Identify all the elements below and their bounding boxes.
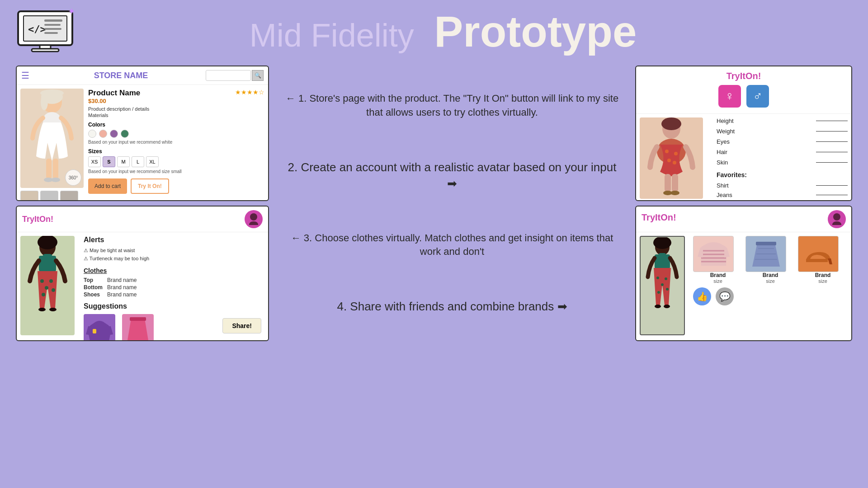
svg-rect-26 (665, 174, 671, 192)
skin-row: Skin (717, 159, 848, 166)
jeans-line[interactable] (816, 195, 848, 195)
share-button[interactable]: Share! (222, 318, 261, 333)
search-input[interactable] (206, 70, 251, 81)
jeans-row: Jeans (717, 192, 848, 198)
svg-rect-4 (44, 24, 61, 26)
svg-point-36 (45, 286, 48, 290)
clothes-3-info: Brand size (798, 272, 848, 284)
size-xl[interactable]: XL (146, 156, 159, 167)
clothes-thumb-shoes[interactable] (798, 236, 839, 272)
clothes-item-2: Brand size (745, 236, 795, 284)
like-button[interactable]: 👍 (693, 287, 711, 305)
hamburger-icon[interactable]: ☰ (21, 70, 29, 81)
clothes-thumbnails: Brand size (693, 236, 848, 284)
svg-point-53 (657, 291, 660, 294)
step3-arrow: ← (291, 232, 304, 244)
search-button[interactable]: 🔍 (252, 70, 264, 81)
svg-point-24 (667, 159, 671, 162)
thumbnail-1[interactable] (20, 191, 38, 201)
suggestion-1: Brand size (84, 314, 115, 341)
female-gender-button[interactable]: ♀ (718, 85, 741, 108)
shirt-line[interactable] (816, 185, 848, 186)
svg-point-12 (41, 94, 48, 110)
alert-panel: TryItOn! (16, 206, 269, 341)
suggestion-1-image[interactable] (84, 314, 115, 341)
clothes-3-size: size (798, 278, 848, 284)
svg-point-52 (666, 288, 669, 291)
thumbnail-2[interactable] (40, 191, 58, 201)
svg-point-38 (52, 288, 55, 292)
size-m[interactable]: M (117, 156, 130, 167)
size-s[interactable]: S (103, 156, 115, 167)
svg-point-35 (40, 279, 44, 283)
hair-row: Hair (717, 149, 848, 155)
sizes-label: Sizes (88, 148, 264, 155)
step2-explanation: 2. Create an account with a realistic av… (285, 155, 619, 197)
tryiton-virtual-title: TryItOn! (642, 212, 676, 223)
svg-point-54 (655, 305, 661, 308)
title-mid: Mid Fidelity (250, 17, 414, 54)
alert-2: Turtleneck may be too high (84, 255, 264, 263)
weight-line[interactable] (816, 131, 848, 131)
title-area: Mid Fidelity Prototype (77, 7, 854, 56)
clothes-item-1: Brand size (693, 236, 743, 284)
svg-point-20 (661, 117, 681, 130)
clothes-2-info: Brand size (745, 272, 795, 284)
size-xs[interactable]: XS (88, 156, 101, 167)
eyes-line[interactable] (816, 141, 848, 142)
svg-point-37 (49, 279, 53, 283)
weight-row: Weight (717, 128, 848, 135)
skin-line[interactable] (816, 162, 848, 163)
size-recommendation: Based on your input we recommend size sm… (88, 169, 264, 174)
thumbnail-3[interactable] (60, 191, 78, 201)
color-pink[interactable] (99, 130, 107, 138)
svg-rect-6 (44, 32, 58, 34)
color-dots (88, 130, 264, 138)
svg-point-40 (38, 308, 46, 311)
svg-text:</>: </> (28, 23, 46, 35)
step2-arrow: ➡ (447, 177, 457, 190)
color-green[interactable] (121, 130, 129, 138)
degree-badge: 360° (65, 169, 81, 186)
product-main-image: 360° (20, 89, 84, 188)
tryiton-setup-body: Pick the best description of your body s… (636, 114, 851, 201)
size-l[interactable]: L (132, 156, 144, 167)
step4-arrow: ➡ (557, 300, 567, 313)
clothes-1-brand: Brand (693, 272, 743, 278)
svg-rect-3 (44, 19, 62, 22)
svg-rect-27 (672, 174, 678, 192)
svg-point-49 (656, 277, 659, 279)
add-to-cart-button[interactable]: Add to cart (88, 178, 127, 194)
sizes-section: Sizes XS S M L XL Based on your input we… (88, 148, 264, 174)
color-white[interactable] (88, 130, 96, 138)
clothes-2-size: size (745, 278, 795, 284)
step2-text: 2. Create an account with a realistic av… (288, 160, 617, 174)
clothes-tab[interactable]: Clothes (84, 267, 107, 274)
product-materials: Materials (88, 113, 264, 118)
svg-rect-8 (32, 49, 59, 52)
clothes-shoes-type: Shoes (84, 291, 103, 298)
color-purple[interactable] (110, 130, 118, 138)
svg-point-30 (250, 213, 257, 221)
size-buttons: XS S M L XL (88, 156, 264, 167)
comment-button[interactable]: 💬 (716, 287, 734, 305)
try-on-button[interactable]: Try It On! (131, 178, 169, 194)
male-gender-button[interactable]: ♂ (746, 85, 769, 108)
colors-label: Colors (88, 122, 264, 128)
suggestion-2-image[interactable] (122, 314, 154, 341)
app-logo: </> ✦ (14, 5, 77, 59)
clothes-shoes-brand: Brand name (107, 291, 264, 298)
clothes-thumb-bottom[interactable] (745, 236, 786, 272)
eyes-label: Eyes (717, 138, 730, 145)
svg-point-22 (665, 150, 669, 153)
svg-rect-56 (756, 242, 776, 245)
jeans-label: Jeans (717, 192, 732, 198)
height-line[interactable] (816, 121, 848, 121)
suggestion-2: Brand size (122, 314, 154, 341)
clothes-1-info: Brand size (693, 272, 743, 284)
hair-line[interactable] (816, 152, 848, 152)
share-btn-container: Share! (222, 318, 261, 333)
clothes-thumb-top[interactable] (693, 236, 734, 272)
clothes-item-3: Brand size (798, 236, 848, 284)
user-avatar (245, 210, 263, 228)
